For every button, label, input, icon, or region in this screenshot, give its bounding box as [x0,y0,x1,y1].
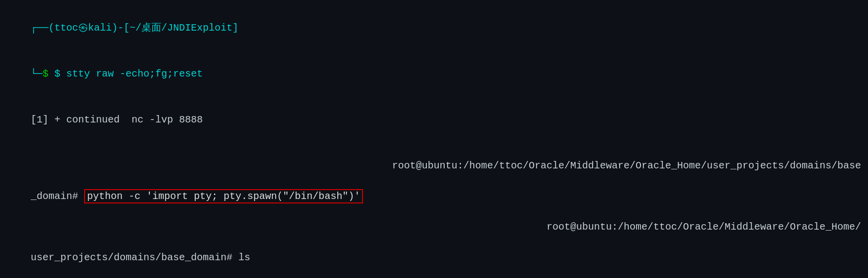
remote-path-line-2: root@ubuntu:/home/ttoc/Oracle/Middleware… [7,219,861,235]
python-command-highlighted: python -c 'import pty; pty.spawn("/bin/b… [84,189,363,203]
terminal: ┌──(ttoc㉿kali)-[~/桌面/JNDIExploit] └─$ $ … [7,5,861,278]
prompt-command-line: └─$ $ stty raw -echo;fg;reset [7,51,861,97]
blank-line-1 [7,143,861,158]
remote-path-line-1: root@ubuntu:/home/ttoc/Oracle/Middleware… [7,158,861,173]
stty-command: $ stty raw -echo;fg;reset [54,68,203,79]
continued-line: [1] + continued nc -lvp 8888 [7,97,861,143]
domain-prompt: _domain# [31,191,84,202]
domain-python-line: _domain# python -c 'import pty; pty.spaw… [7,173,861,219]
ls-command-line: user_projects/domains/base_domain# ls [7,235,861,278]
continued-text: [1] + continued nc -lvp 8888 [31,114,203,125]
prompt-symbol: └─ [31,68,43,79]
prompt-bracket: ┌──(ttoc㉿kali)-[~/桌面/JNDIExploit] [31,22,238,34]
prompt-bracket-line: ┌──(ttoc㉿kali)-[~/桌面/JNDIExploit] [7,5,861,51]
remote-path-2: root@ubuntu:/home/ttoc/Oracle/Middleware… [547,221,861,233]
ls-prompt-text: user_projects/domains/base_domain# ls [31,252,250,263]
prompt-dollar: $ [43,68,54,79]
remote-path-1: root@ubuntu:/home/ttoc/Oracle/Middleware… [392,160,861,171]
